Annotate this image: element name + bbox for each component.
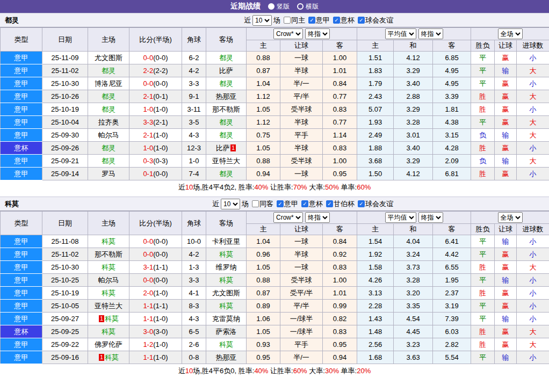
team-name[interactable]: 热那亚 — [216, 92, 237, 100]
checkbox-unchecked-icon[interactable] — [284, 17, 291, 24]
team-name[interactable]: 萨索洛 — [216, 328, 237, 336]
team-name[interactable]: 科莫 — [105, 315, 119, 323]
team-name[interactable]: 都灵 — [102, 144, 115, 152]
team-name[interactable]: 都灵 — [102, 157, 115, 165]
filter-option[interactable]: ✓球会友谊 — [358, 199, 393, 209]
sub-column-header: 主 — [357, 224, 394, 235]
team-name[interactable]: 都灵 — [102, 92, 115, 100]
checkbox-checked-icon[interactable]: ✓ — [326, 200, 333, 207]
team-name[interactable]: 尤文图斯 — [212, 289, 240, 297]
team-name[interactable]: 都灵 — [219, 118, 233, 126]
team-name[interactable]: 科莫 — [102, 263, 115, 271]
column-header: 类型 — [1, 28, 42, 52]
result-cell: 负 — [471, 129, 495, 142]
halftime-score: (1-0) — [153, 289, 168, 297]
scope-select[interactable]: 全场 — [498, 212, 523, 223]
score-cell: 0-3(0-3) — [129, 155, 182, 168]
final-index-select[interactable]: 终指 — [305, 212, 330, 223]
average-select[interactable]: 平均值 — [385, 28, 416, 39]
filter-option[interactable]: ✓意杯 — [301, 199, 323, 209]
team-name[interactable]: 维罗纳 — [216, 263, 237, 271]
horizontal-layout-radio[interactable]: 横版 — [297, 2, 319, 11]
final-index-select[interactable]: 终指 — [305, 28, 330, 39]
filter-option[interactable]: ✓意甲 — [277, 199, 298, 209]
team-name[interactable]: 卡利亚里 — [212, 237, 240, 245]
team-name[interactable]: 科莫 — [102, 289, 115, 297]
team-name[interactable]: 亚特兰大 — [95, 302, 122, 310]
team-name[interactable]: 帕尔马 — [98, 131, 119, 139]
team-name[interactable]: 都灵 — [219, 54, 233, 62]
team-name[interactable]: 那不勒斯 — [212, 105, 240, 113]
handicap-odds-cell: 1.05 — [247, 261, 280, 274]
filter-option[interactable]: ✓甘伯杯 — [326, 199, 355, 209]
score-cell: 2-1(0-1) — [129, 90, 182, 103]
odds-source-select[interactable]: Crow* — [273, 28, 303, 39]
vertical-layout-radio[interactable]: 竖版 — [268, 2, 290, 11]
filter-option[interactable]: ✓意杯 — [333, 16, 355, 25]
result-cell: 赢 — [495, 90, 517, 103]
team-name[interactable]: 比萨 — [219, 67, 233, 75]
checkbox-checked-icon[interactable]: ✓ — [333, 17, 340, 24]
recent-count-select[interactable]: 10 — [221, 199, 240, 209]
checkbox-checked-icon[interactable]: ✓ — [358, 200, 365, 207]
checkbox-unchecked-icon[interactable] — [252, 200, 259, 207]
team-name[interactable]: 科莫 — [219, 276, 233, 284]
recent-count-select[interactable]: 10 — [252, 15, 272, 26]
match-date-cell: 25-10-19 — [42, 103, 88, 116]
filter-option[interactable]: 同主 — [284, 16, 305, 25]
team-name[interactable]: 科莫 — [102, 237, 115, 245]
team-name[interactable]: 都灵 — [102, 67, 115, 75]
team-name[interactable]: 亚特兰大 — [212, 157, 240, 165]
checkbox-checked-icon[interactable]: ✓ — [277, 200, 284, 207]
team-name[interactable]: 科莫 — [219, 302, 233, 310]
fulltime-score: 3-1 — [143, 263, 153, 271]
filter-option[interactable]: ✓意甲 — [308, 16, 330, 25]
team-name[interactable]: 尤文图斯 — [95, 54, 122, 62]
average-odds-cell: 1.81 — [433, 103, 471, 116]
average-odds-cell: 1.79 — [357, 77, 394, 90]
corner-cell: 2-6 — [182, 338, 206, 351]
filter-option[interactable]: 同客 — [252, 199, 273, 209]
team-name[interactable]: 都灵 — [219, 170, 233, 178]
average-odds-cell: 3.63 — [394, 351, 433, 364]
team-name[interactable]: 科莫 — [105, 353, 119, 361]
team-name[interactable]: 拉齐奥 — [98, 118, 119, 126]
summary-value: 30% — [325, 367, 339, 375]
average-select[interactable]: 平均值 — [385, 212, 416, 223]
team-name[interactable]: 科莫 — [219, 340, 233, 349]
home-team-cell: 科莫 — [88, 287, 129, 300]
team-name[interactable]: 热那亚 — [216, 353, 237, 361]
league-type-cell: 意甲 — [1, 351, 42, 364]
away-team-cell: 都灵 — [206, 168, 247, 180]
team-name[interactable]: 克雷莫纳 — [212, 315, 240, 323]
sub-column-header: 让球 — [280, 40, 323, 52]
final-index-select[interactable]: 终指 — [418, 212, 443, 223]
scope-select[interactable]: 全场 — [498, 28, 523, 39]
team-name[interactable]: 博洛尼亚 — [95, 79, 122, 88]
result-cell: 小 — [517, 77, 549, 90]
fulltime-score: 0-0 — [143, 79, 153, 88]
team-name[interactable]: 都灵 — [219, 131, 233, 139]
average-odds-cell: 2.82 — [433, 338, 471, 351]
team-name[interactable]: 都灵 — [102, 105, 115, 113]
away-team-cell: 比萨 — [206, 64, 247, 77]
team-name[interactable]: 都灵 — [219, 79, 233, 88]
checkbox-checked-icon[interactable]: ✓ — [308, 17, 315, 24]
team-name[interactable]: 科莫 — [219, 250, 233, 258]
sub-column-header: 客 — [323, 224, 357, 235]
odds-source-select[interactable]: Crow* — [273, 212, 303, 223]
team-name[interactable]: 那不勒斯 — [95, 250, 122, 258]
filter-label: 同客 — [259, 199, 273, 209]
fulltime-score: 0-0 — [143, 237, 153, 245]
checkbox-checked-icon[interactable]: ✓ — [301, 200, 308, 207]
team-name[interactable]: 科莫 — [102, 328, 115, 336]
checkbox-checked-icon[interactable]: ✓ — [358, 17, 365, 24]
filter-option[interactable]: ✓球会友谊 — [358, 16, 393, 25]
team-name[interactable]: 佛罗伦萨 — [95, 340, 122, 349]
final-index-select[interactable]: 终指 — [418, 28, 443, 39]
match-row: 意甲25-09-22佛罗伦萨1-2(1-0)2-6科莫0.93平手0.952.5… — [1, 338, 549, 351]
team-name[interactable]: 罗马 — [102, 170, 115, 178]
handicap-odds-cell: 1.01 — [323, 287, 357, 300]
team-name[interactable]: 帕尔马 — [98, 276, 119, 284]
team-name[interactable]: 比萨 — [216, 144, 230, 152]
